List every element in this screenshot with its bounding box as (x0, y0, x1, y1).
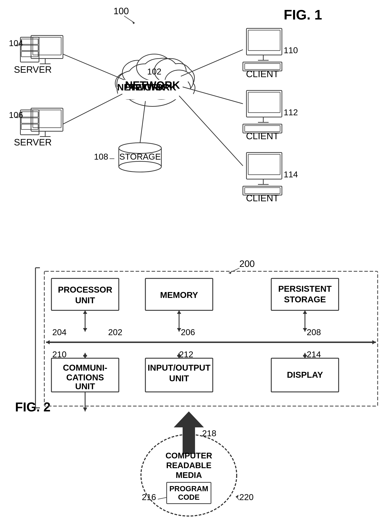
svg-line-55 (63, 94, 122, 124)
svg-rect-75 (271, 278, 339, 310)
ref-204: 204 (52, 327, 66, 337)
svg-marker-79 (83, 310, 87, 314)
svg-marker-106 (83, 407, 87, 411)
ref-114: 114 (284, 170, 298, 179)
svg-marker-69 (372, 340, 376, 344)
ref-210: 210 (52, 350, 66, 359)
svg-line-59 (179, 96, 243, 166)
svg-text:COMPUTER: COMPUTER (165, 451, 212, 460)
client3-label: CLIENT (246, 193, 279, 203)
svg-line-54 (63, 54, 124, 80)
svg-text:PROGRAM: PROGRAM (169, 485, 208, 493)
svg-rect-14 (21, 51, 38, 57)
ref-200: 200 (239, 259, 255, 269)
svg-rect-70 (51, 278, 119, 310)
ref-216: 216 (142, 492, 156, 502)
ref-108: 108 (94, 152, 108, 161)
svg-line-56 (140, 101, 145, 143)
svg-text:MEMORY: MEMORY (160, 290, 198, 300)
svg-text:CATIONS: CATIONS (66, 373, 104, 382)
svg-rect-23 (21, 118, 38, 123)
fig2-diagram: FIG. 2 200 PROCESSOR UNIT MEMORY PERSIST… (0, 257, 392, 532)
svg-marker-85 (303, 310, 307, 314)
fig1-title: FIG. 1 (284, 7, 322, 23)
svg-rect-43 (248, 92, 280, 113)
fig1-diagram: FIG. 1 100 NETWORK NETWORK 102 (0, 0, 392, 257)
svg-rect-16 (33, 37, 61, 55)
svg-rect-41 (245, 64, 280, 70)
svg-text:CODE: CODE (178, 493, 200, 501)
storage-label: STORAGE (119, 152, 161, 161)
svg-text:UNIT: UNIT (75, 296, 95, 305)
server1-label: SERVER (14, 64, 52, 75)
ref-214: 214 (307, 350, 321, 359)
ref-206: 206 (181, 327, 195, 337)
svg-marker-118 (236, 495, 238, 498)
svg-marker-86 (303, 328, 307, 332)
svg-text:PERSISTENT: PERSISTENT (278, 284, 331, 294)
svg-rect-47 (245, 126, 280, 132)
svg-rect-12 (21, 39, 38, 44)
svg-text:MEDIA: MEDIA (176, 471, 202, 480)
svg-text:UNIT: UNIT (75, 382, 95, 391)
svg-rect-13 (21, 45, 38, 51)
svg-text:UNIT: UNIT (169, 374, 189, 383)
svg-point-31 (119, 143, 161, 153)
svg-rect-42 (247, 90, 282, 117)
ref-208: 208 (307, 327, 321, 337)
svg-text:STORAGE: STORAGE (284, 295, 326, 304)
ref-104: 104 (9, 38, 23, 48)
svg-marker-82 (177, 310, 181, 314)
svg-rect-26 (33, 110, 61, 128)
ref-110: 110 (284, 46, 298, 55)
svg-marker-108 (174, 411, 204, 427)
svg-rect-36 (247, 28, 282, 55)
svg-marker-83 (177, 328, 181, 332)
ref-202: 202 (108, 327, 122, 337)
svg-rect-107 (183, 424, 195, 454)
svg-rect-49 (248, 154, 280, 175)
fig2-title: FIG. 2 (15, 400, 51, 414)
client2-label: CLIENT (246, 131, 279, 141)
svg-line-57 (181, 50, 243, 76)
svg-rect-24 (21, 124, 38, 130)
svg-rect-22 (21, 112, 38, 117)
ref-106: 106 (9, 110, 23, 120)
svg-rect-53 (245, 188, 280, 194)
svg-marker-68 (46, 340, 50, 344)
svg-point-32 (119, 161, 161, 172)
svg-rect-37 (248, 30, 280, 51)
ref-220: 220 (239, 492, 253, 502)
svg-marker-80 (83, 328, 87, 332)
svg-line-116 (158, 497, 167, 499)
ref-212: 212 (179, 350, 193, 359)
svg-text:NETWORK: NETWORK (125, 79, 180, 91)
ref-100: 100 (113, 6, 129, 16)
svg-text:COMMUNI-: COMMUNI- (63, 363, 107, 372)
svg-rect-48 (247, 153, 282, 179)
server2-label: SERVER (14, 137, 52, 147)
svg-text:DISPLAY: DISPLAY (287, 370, 323, 379)
svg-text:PROCESSOR: PROCESSOR (58, 285, 112, 294)
ref-102: 102 (147, 67, 161, 76)
page: FIG. 1 100 NETWORK NETWORK 102 (0, 0, 392, 532)
svg-text:READABLE: READABLE (166, 461, 211, 470)
client1-label: CLIENT (246, 69, 279, 79)
ref-112: 112 (284, 108, 298, 117)
svg-text:INPUT/OUTPUT: INPUT/OUTPUT (148, 363, 211, 372)
